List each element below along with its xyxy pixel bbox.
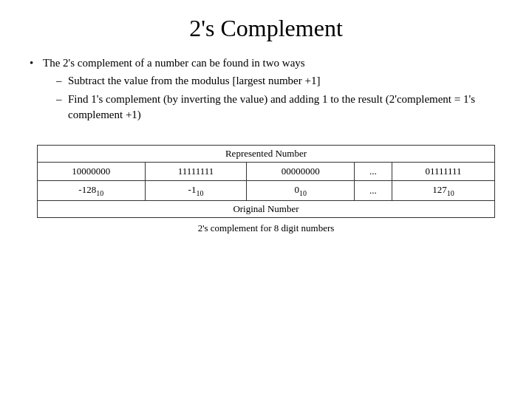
top-label-cell: Represented Number <box>38 146 495 163</box>
sub-4: 10 <box>447 189 454 197</box>
sub-item-2: – Find 1's complement (by inverting the … <box>56 92 502 124</box>
sub-0: 10 <box>96 189 103 197</box>
dec-val-1: -110 <box>145 181 247 201</box>
content-area: • The 2's complement of a number can be … <box>30 55 502 129</box>
sub-text-1: Subtract the value from the modulus [lar… <box>68 73 502 89</box>
sub-2: 10 <box>299 189 307 197</box>
sub-text-2: Find 1's complement (by inverting the va… <box>68 92 502 124</box>
dec-val-0: -12810 <box>38 181 146 201</box>
dec-val-3: ... <box>354 181 392 201</box>
dec-val-2: 010 <box>247 181 355 201</box>
bin-val-3: ... <box>354 163 392 181</box>
decimal-row: -12810 -110 010 ... 12710 <box>38 181 495 201</box>
sub-1: 10 <box>196 189 203 197</box>
sub-dash-1: – <box>56 73 68 89</box>
diagram-table: Represented Number 10000000 11111111 000… <box>37 145 495 218</box>
bottom-label-cell: Original Number <box>38 200 495 217</box>
bin-val-4: 01111111 <box>392 163 494 181</box>
sub-dash-2: – <box>56 92 68 108</box>
bin-val-1: 11111111 <box>145 163 247 181</box>
dec-val-4: 12710 <box>392 181 494 201</box>
bottom-label-row: Original Number <box>38 200 495 217</box>
main-bullet-text: The 2's complement of a number can be fo… <box>43 55 502 126</box>
binary-row: 10000000 11111111 00000000 ... 01111111 <box>38 163 495 181</box>
sub-bullets: – Subtract the value from the modulus [l… <box>56 73 502 123</box>
bin-val-0: 10000000 <box>38 163 146 181</box>
bullet-dot: • <box>30 55 43 72</box>
page: 2's Complement • The 2's complement of a… <box>0 0 532 399</box>
main-bullet: • The 2's complement of a number can be … <box>30 55 502 126</box>
sub-item-1: – Subtract the value from the modulus [l… <box>56 73 502 89</box>
page-title: 2's Complement <box>30 15 502 42</box>
diagram-caption: 2's complement for 8 digit numbers <box>198 222 335 234</box>
diagram-container: Represented Number 10000000 11111111 000… <box>30 145 502 234</box>
bin-val-2: 00000000 <box>247 163 355 181</box>
top-label-row: Represented Number <box>38 146 495 163</box>
